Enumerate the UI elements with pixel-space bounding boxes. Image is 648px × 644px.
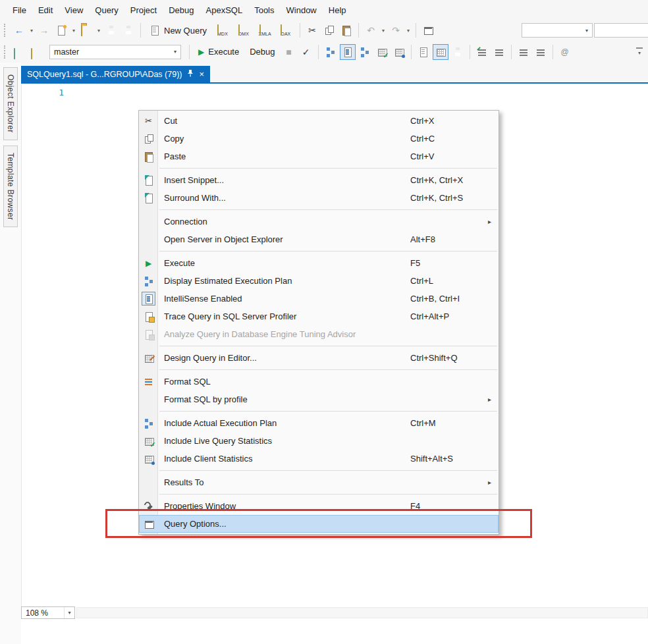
comment-button[interactable]	[474, 44, 490, 60]
menu-separator	[159, 251, 497, 252]
results-to-grid-button[interactable]	[433, 44, 448, 60]
menu-item-format-sql-by-profile[interactable]: Format SQL by profile ▸	[139, 390, 499, 408]
decrease-indent-button[interactable]	[516, 44, 531, 60]
results-to-text-button[interactable]	[416, 44, 431, 60]
menu-item-insert-snippet[interactable]: Insert Snippet... Ctrl+K, Ctrl+X	[139, 171, 499, 189]
menu-query[interactable]: Query	[89, 3, 124, 18]
left-dock-strip: Object Explorer Template Browser	[0, 63, 21, 644]
stop-button[interactable]: ■	[281, 44, 297, 60]
redo-button[interactable]: ↷	[388, 22, 404, 38]
menu-item-display-estimated-execution-plan[interactable]: Display Estimated Execution Plan Ctrl+L	[139, 272, 499, 290]
menu-file[interactable]: File	[7, 3, 32, 18]
navigate-forward-button[interactable]: →	[36, 22, 52, 38]
open-file-dropdown[interactable]: ▾	[95, 28, 102, 34]
close-tab-icon[interactable]: ×	[199, 69, 204, 79]
menu-help[interactable]: Help	[323, 3, 352, 18]
menu-apexsql[interactable]: ApexSQL	[200, 3, 249, 18]
zoom-control[interactable]: 108 % ▾	[21, 606, 75, 619]
template-parameters-button[interactable]: @	[557, 44, 573, 60]
increase-indent-icon	[535, 47, 546, 57]
menu-item-copy[interactable]: Copy Ctrl+C	[139, 130, 499, 148]
menu-view[interactable]: View	[59, 3, 89, 18]
menu-item-label: Cut	[158, 116, 410, 126]
parse-button[interactable]: ✓	[298, 44, 314, 60]
sidebar-tab-object-explorer[interactable]: Object Explorer	[3, 67, 18, 140]
cut-button[interactable]: ✂	[304, 22, 320, 38]
menu-bar: File Edit View Query Project Debug ApexS…	[0, 0, 648, 20]
new-xmla-query-button[interactable]: XMLA	[255, 20, 275, 40]
menu-item-cut[interactable]: ✂ Cut Ctrl+X	[139, 112, 499, 130]
menu-item-surround-with[interactable]: Surround With... Ctrl+K, Ctrl+S	[139, 189, 499, 207]
toolbar-combo-1[interactable]: ▾	[522, 23, 593, 38]
paste-button[interactable]	[338, 22, 354, 38]
menu-tools[interactable]: Tools	[248, 3, 280, 18]
comment-icon	[477, 47, 487, 57]
include-actual-plan-button[interactable]	[357, 44, 373, 60]
menu-edit[interactable]: Edit	[32, 3, 59, 18]
menu-item-paste[interactable]: Paste Ctrl+V	[139, 148, 499, 165]
save-button[interactable]	[103, 22, 119, 38]
intellisense-toggle-button[interactable]	[340, 44, 356, 60]
forward-arrow-icon: →	[40, 26, 49, 35]
include-client-stats-button[interactable]	[391, 44, 407, 60]
debug-button[interactable]: Debug	[245, 44, 279, 60]
copy-button[interactable]	[321, 22, 337, 38]
horizontal-scrollbar[interactable]	[76, 607, 648, 618]
redo-dropdown[interactable]: ▾	[405, 28, 412, 34]
menu-item-include-actual-execution-plan[interactable]: Include Actual Execution Plan Ctrl+M	[139, 414, 499, 432]
pin-icon[interactable]	[187, 69, 194, 79]
menu-item-format-sql[interactable]: Format SQL	[139, 373, 499, 390]
menu-item-trace-query-in-profiler[interactable]: Trace Query in SQL Server Profiler Ctrl+…	[139, 308, 499, 325]
menu-item-label: Design Query in Editor...	[158, 353, 410, 363]
navigate-window-button[interactable]	[420, 22, 436, 38]
new-mdx-query-button[interactable]: MDX	[213, 20, 232, 40]
new-file-button[interactable]	[53, 22, 69, 38]
menu-item-design-query-in-editor[interactable]: Design Query in Editor... Ctrl+Shift+Q	[139, 349, 499, 367]
results-to-file-button[interactable]	[450, 44, 466, 60]
menu-item-include-live-query-statistics[interactable]: Include Live Query Statistics	[139, 432, 499, 450]
new-query-button[interactable]: New Query	[145, 22, 211, 38]
menu-item-label: Results To	[158, 477, 410, 487]
menu-item-connection[interactable]: Connection ▸	[139, 213, 499, 230]
menu-item-intellisense-enabled[interactable]: IntelliSense Enabled Ctrl+B, Ctrl+I	[139, 290, 499, 308]
increase-indent-button[interactable]	[533, 44, 549, 60]
menu-item-execute[interactable]: ▶ Execute F5	[139, 254, 499, 272]
menu-window[interactable]: Window	[281, 3, 323, 18]
undo-icon: ↶	[367, 26, 375, 35]
menu-item-include-client-statistics[interactable]: Include Client Statistics Shift+Alt+S	[139, 450, 499, 468]
include-live-stats-button[interactable]	[374, 44, 390, 60]
menu-project[interactable]: Project	[124, 3, 163, 18]
tab-sqlquery1[interactable]: SQLQuery1.sql - G...RGROUP\ADas (79)) ×	[21, 66, 210, 82]
menu-debug[interactable]: Debug	[163, 3, 200, 18]
menu-item-query-options[interactable]: Query Options...	[139, 515, 499, 533]
change-connection-button[interactable]	[28, 44, 44, 60]
display-estimated-plan-button[interactable]	[323, 44, 338, 60]
menu-item-results-to[interactable]: Results To ▸	[139, 473, 499, 491]
menu-item-open-server-in-object-explorer[interactable]: Open Server in Object Explorer Alt+F8	[139, 230, 499, 248]
new-dmx-query-button[interactable]: DMX	[234, 20, 254, 40]
toolbar-overflow-button[interactable]: ▾	[635, 47, 644, 56]
window-icon	[423, 25, 433, 36]
menu-item-properties-window[interactable]: Properties Window F4	[139, 497, 499, 515]
overflow-bar-icon	[636, 47, 643, 49]
undo-dropdown[interactable]: ▾	[380, 28, 387, 34]
intellisense-icon	[144, 294, 154, 304]
menu-item-label: Properties Window	[158, 501, 410, 511]
database-combobox[interactable]: master ▾	[49, 45, 181, 59]
new-dax-query-button[interactable]: DAX	[276, 20, 296, 40]
save-all-button[interactable]	[121, 22, 136, 38]
execute-play-icon: ▶	[146, 259, 151, 267]
toolbar-combo-2[interactable]	[594, 23, 648, 38]
sidebar-tab-template-browser[interactable]: Template Browser	[3, 146, 18, 227]
uncomment-button[interactable]	[491, 44, 507, 60]
undo-button[interactable]: ↶	[363, 22, 379, 38]
navigate-back-dropdown[interactable]: ▾	[28, 28, 35, 34]
execute-button[interactable]: ▶ Execute	[194, 44, 244, 60]
connect-button[interactable]	[11, 44, 27, 60]
line-number: 1	[59, 88, 64, 97]
navigate-back-button[interactable]: ←	[11, 22, 27, 38]
toolbar-grip[interactable]	[4, 24, 7, 37]
toolbar-grip[interactable]	[4, 45, 7, 59]
new-file-dropdown[interactable]: ▾	[70, 28, 77, 34]
open-file-button[interactable]	[78, 22, 94, 38]
